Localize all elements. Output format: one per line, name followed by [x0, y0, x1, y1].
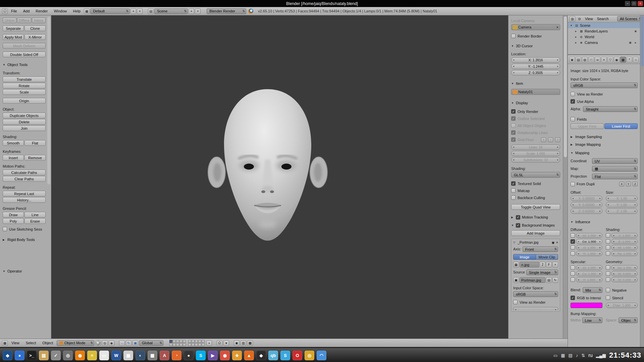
normal-checkbox[interactable] [606, 265, 610, 270]
size-x-slider[interactable]: X: 1.00 [606, 196, 638, 201]
paint-app-icon[interactable]: A [160, 351, 169, 360]
browse-image-icon[interactable]: ▦ [513, 262, 519, 267]
normal-slider[interactable]: No: 1.000 [611, 265, 638, 270]
show-desktop-icon[interactable]: ▭ [553, 353, 557, 358]
textured-solid-checkbox[interactable] [511, 181, 516, 186]
notes-icon[interactable]: ≡ [87, 351, 97, 360]
menu-add[interactable]: Add [20, 8, 33, 14]
rotate-button[interactable]: Rotate [3, 83, 46, 88]
stencil-checkbox[interactable] [606, 296, 610, 300]
mapping-panel-header[interactable]: ▼ Mapping [571, 150, 638, 156]
open-file-icon[interactable]: ▤ [546, 277, 552, 283]
clone-button[interactable]: Clone [24, 25, 46, 31]
add-image-button[interactable]: Add Image [511, 230, 560, 236]
motion-tracking-checkbox[interactable] [516, 215, 520, 220]
document-viewer-icon[interactable]: ▣ [123, 351, 133, 360]
cloud-app-icon[interactable]: ◠ [317, 351, 326, 360]
filepath-field[interactable]: Portman.jpg [520, 277, 545, 283]
image-name-field[interactable]: n.jpg [520, 262, 539, 267]
image-sampling-panel-header[interactable]: ▶ Image Sampling [571, 134, 638, 139]
npanel-scrollbar[interactable] [563, 15, 568, 339]
view-as-render-checkbox[interactable] [571, 92, 575, 96]
firefox-icon[interactable]: ◔ [172, 351, 181, 360]
bg-axis-dropdown[interactable]: Front [523, 246, 558, 252]
cursor-z-slider[interactable]: Z: 0.3505 [511, 70, 560, 75]
viewport-object-menu[interactable]: Object [40, 340, 56, 346]
origin-button[interactable]: Origin [3, 98, 46, 104]
network-icon[interactable]: ⇅ [581, 353, 585, 358]
join-button[interactable]: Join [3, 125, 46, 131]
unlink-image-icon[interactable]: × [552, 262, 558, 267]
manipulator-scale-toggle[interactable]: ▣ [132, 340, 138, 346]
menu-window[interactable]: Window [51, 8, 69, 14]
scene-dropdown[interactable]: Scene [154, 8, 188, 14]
only-render-checkbox[interactable] [511, 109, 516, 114]
warp-checkbox[interactable] [606, 272, 610, 276]
system-tools-icon[interactable]: ✓ [51, 351, 61, 360]
use-alpha-checkbox[interactable] [571, 99, 575, 104]
outliner-view-menu[interactable]: View [584, 15, 594, 22]
translate-button[interactable]: Translate [3, 76, 46, 82]
web-browser-icon[interactable]: ● [15, 351, 24, 360]
clipped-opacity-slider[interactable] [513, 307, 558, 310]
delete-button[interactable]: Delete [3, 119, 46, 125]
screen-layout-dropdown[interactable]: Default [90, 8, 130, 14]
grid-x-toggle[interactable]: X [541, 137, 546, 142]
alpha-slider[interactable]: Al: 1.000 [576, 245, 602, 250]
mirror-slider[interactable]: Mi: 1.000 [611, 245, 638, 250]
mesh-deform-button[interactable]: Mesh Deform [3, 43, 46, 49]
keyboard-layout-indicator[interactable]: ru [588, 353, 592, 358]
chrome-icon[interactable]: ◎ [305, 351, 314, 360]
dark-app-icon[interactable]: ◆ [256, 351, 266, 360]
messenger-icon[interactable]: S [196, 351, 206, 360]
manipulator-rotate-toggle[interactable]: ↻ [126, 340, 131, 346]
grid-subdivisions-slider[interactable]: Subdivisions: 10 [511, 157, 560, 163]
object-tools-panel-header[interactable]: ▼ Object Tools [3, 62, 46, 67]
translucency-slider[interactable]: Tr: 1.000 [576, 251, 602, 256]
grease-poly-button[interactable]: Poly [3, 218, 24, 224]
qbittorrent-icon[interactable]: qb [268, 351, 278, 360]
settings-icon[interactable]: ◎ [63, 351, 73, 360]
negative-checkbox[interactable] [606, 288, 610, 292]
layer-toggle[interactable] [169, 343, 172, 346]
projection-dropdown[interactable]: Flat [592, 174, 638, 179]
menu-render[interactable]: Render [33, 8, 50, 14]
add-scene-button[interactable]: + [189, 8, 194, 14]
physics-tab[interactable]: ○ [633, 57, 639, 63]
viewport-extra-icon[interactable]: ▩ [247, 340, 253, 346]
grid-scale-slider[interactable]: Scale: 1.000 [511, 151, 560, 156]
layer-toggle[interactable] [195, 343, 198, 346]
calculate-paths-button[interactable]: Calculate Paths [3, 170, 46, 175]
spec-intensity-slider[interactable]: Int: 1.000 [576, 265, 602, 270]
texture-tab[interactable]: ▦ [620, 57, 626, 63]
expand-icon[interactable]: ▸ [574, 29, 578, 33]
clear-camera-icon[interactable]: × [556, 25, 558, 29]
viewport-editor-type-icon[interactable]: ▦ [2, 340, 8, 346]
scene-icon[interactable]: ▤ [148, 8, 154, 14]
constraints-tab[interactable]: ∞ [595, 57, 600, 63]
object-data-tab[interactable]: ▽ [607, 57, 613, 63]
restrict-render-icon[interactable]: ◙ [634, 29, 638, 33]
outliner-row-world[interactable]: ▸ ◍ World [568, 34, 644, 40]
clock[interactable]: 21:54:33 [609, 351, 641, 360]
operator-panel-header[interactable]: ▼ Operator [3, 268, 22, 274]
camera-datablock-field[interactable]: Camera × [511, 24, 560, 30]
writer-icon[interactable]: W [111, 351, 121, 360]
transform-orientation-dropdown[interactable]: Global [139, 340, 163, 346]
object-tab[interactable]: □ [588, 57, 594, 63]
viewport-shading-dropdown[interactable] [95, 340, 101, 346]
layer-toggle[interactable] [169, 340, 172, 343]
color-checkbox[interactable] [571, 239, 575, 244]
grid-floor-checkbox[interactable] [511, 137, 516, 142]
expand-icon[interactable]: ▾ [569, 24, 573, 27]
toolshelf-scrollbar[interactable] [47, 17, 50, 184]
layer-toggle[interactable] [173, 340, 176, 343]
wifi-signal-icon[interactable]: ▂▄▆ [596, 353, 606, 358]
clear-paths-button[interactable]: Clear Paths [3, 176, 46, 182]
grease-line-button[interactable]: Line [24, 212, 46, 218]
ambient-slider[interactable]: A: 1.000 [611, 233, 638, 238]
blender-app-icon[interactable]: ◉ [75, 351, 85, 360]
x-mapping-dropdown[interactable]: X [619, 182, 624, 186]
outliner-row-scene[interactable]: ▾ ▤ Scene [568, 22, 644, 28]
size-y-slider[interactable]: Y: 1.00 [606, 202, 638, 207]
